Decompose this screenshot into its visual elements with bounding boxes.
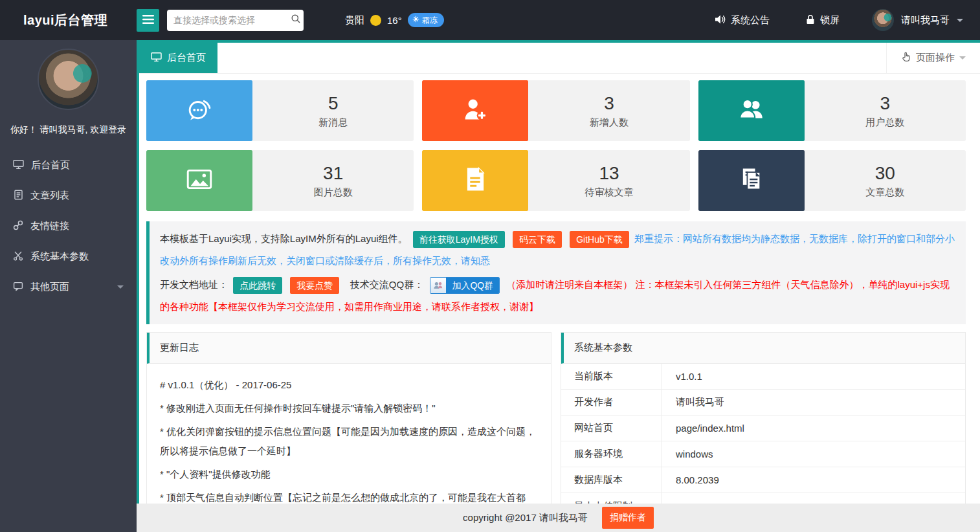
log-line: * 修改刚进入页面无任何操作时按回车键提示"请输入解锁密码！"	[160, 399, 538, 418]
system-params-panel: 系统基本参数 当前版本 v1.0.1 开发作者 请叫我马哥	[561, 332, 966, 504]
qq-group-icon	[430, 278, 446, 293]
update-log-body: # v1.0.1（优化） - 2017-06-25 * 修改刚进入页面无任何操作…	[147, 364, 551, 504]
param-value: 请叫我马哥	[662, 396, 965, 408]
users-icon	[737, 95, 766, 126]
stat-card-icon-box	[146, 150, 252, 211]
sidebar-item-articles[interactable]: 文章列表	[0, 181, 137, 211]
param-label: 服务器环境	[561, 441, 662, 467]
search-input[interactable]	[173, 15, 291, 25]
doc-address-label: 开发文档地址：	[160, 279, 228, 290]
chevron-down-icon	[957, 19, 963, 25]
app-title: layui后台管理	[0, 12, 137, 29]
sidebar-item-label: 系统基本参数	[30, 250, 89, 263]
param-label: 开发作者	[561, 390, 662, 415]
stat-card-new-users[interactable]: 3 新增人数	[422, 80, 689, 141]
weather-city: 贵阳	[345, 14, 364, 27]
param-value: page/index.html	[662, 423, 965, 434]
monitor-icon	[13, 159, 24, 172]
announcement-button[interactable]: 系统公告	[715, 14, 770, 27]
stat-card-total-images[interactable]: 31 图片总数	[146, 150, 414, 211]
stat-card-new-messages[interactable]: 5 新消息	[146, 80, 414, 141]
image-icon	[184, 165, 214, 196]
join-qq-group-label: 加入QQ群	[446, 278, 499, 293]
sidebar-item-home[interactable]: 后台首页	[0, 150, 137, 181]
collapse-menu-button[interactable]	[137, 9, 159, 32]
weather-badge-label: 霜冻	[422, 15, 438, 26]
stat-value: 13	[599, 163, 619, 184]
panels-row: 更新日志 # v1.0.1（优化） - 2017-06-25 * 修改刚进入页面…	[146, 332, 966, 504]
user-avatar-small	[872, 9, 894, 31]
user-avatar-large[interactable]	[38, 49, 99, 110]
stat-card-total-users[interactable]: 3 用户总数	[698, 80, 966, 141]
stat-card-pending-articles[interactable]: 13 待审核文章	[422, 150, 689, 211]
stat-card-icon-box	[698, 80, 805, 141]
param-value: windows	[662, 449, 965, 460]
settings-icon	[13, 250, 23, 263]
table-row: 网站首页 page/index.html	[561, 416, 965, 441]
lock-screen-button[interactable]: 锁屏	[806, 14, 840, 27]
tab-bar: 后台首页 页面操作	[139, 43, 980, 74]
stat-card-total-articles[interactable]: 30 文章总数	[698, 150, 966, 211]
announcement-label: 系统公告	[731, 14, 770, 27]
link-icon	[13, 220, 23, 232]
param-label: 当前版本	[561, 364, 662, 389]
sidebar-greeting: 你好！ 请叫我马哥, 欢迎登录	[0, 124, 137, 136]
files-icon	[737, 165, 766, 196]
log-line: # v1.0.1（优化） - 2017-06-25	[160, 375, 538, 395]
table-row: 服务器环境 windows	[561, 441, 965, 467]
page-actions-dropdown[interactable]: 页面操作	[886, 43, 980, 73]
github-download-button[interactable]: GitHub下载	[570, 231, 629, 248]
lock-icon	[806, 14, 815, 27]
tab-home-label: 后台首页	[167, 52, 206, 64]
log-line: * "个人资料"提供修改功能	[160, 465, 538, 484]
sidebar-item-label: 友情链接	[30, 220, 69, 232]
param-label: 最大上传限制	[561, 493, 662, 504]
sidebar-item-links[interactable]: 友情链接	[0, 211, 137, 241]
sun-icon	[370, 15, 381, 26]
dashboard-content: 5 新消息 3 新增人数	[139, 74, 980, 504]
log-line: * 优化关闭弹窗按钮的提示信息位置问题【可能是因为加载速度的原因，造成这个问题，…	[160, 422, 538, 461]
stat-label: 文章总数	[865, 186, 904, 199]
notice-line-2: 开发文档地址： 点此跳转 我要点赞 技术交流QQ群： 加入QQ群 （添加时请注明…	[160, 274, 955, 318]
main-area: 后台首页 页面操作	[137, 40, 980, 532]
sidebar-item-label: 后台首页	[31, 159, 70, 172]
search-box	[167, 10, 304, 31]
stat-label: 待审核文章	[585, 186, 633, 199]
donate-button[interactable]: 捐赠作者	[602, 507, 654, 529]
stat-cards: 5 新消息 3 新增人数	[146, 80, 966, 211]
qq-group-label: 技术交流QQ群：	[350, 279, 423, 290]
layim-auth-button[interactable]: 前往获取LayIM授权	[413, 231, 505, 248]
username: 请叫我马哥	[901, 14, 950, 27]
chat-icon	[185, 95, 214, 126]
table-row: 最大上传限制 2M	[561, 493, 965, 504]
sidebar-item-other-pages[interactable]: 其他页面	[0, 272, 137, 302]
search-icon[interactable]	[291, 14, 301, 27]
app-window: layui后台管理 贵阳 16° 霜冻	[0, 0, 980, 532]
notice-line-1: 本模板基于Layui实现，支持除LayIM外所有的Layui组件。 前往获取La…	[160, 228, 955, 272]
stat-card-icon-box	[422, 80, 528, 141]
file-icon	[461, 165, 489, 196]
sidebar-item-label: 其他页面	[30, 281, 69, 293]
param-label: 数据库版本	[561, 467, 662, 493]
like-button[interactable]: 我要点赞	[290, 277, 339, 294]
frost-icon	[412, 16, 419, 25]
top-header: layui后台管理 贵阳 16° 霜冻	[0, 0, 980, 40]
param-label: 网站首页	[561, 416, 662, 441]
param-value: 8.00.2039	[662, 474, 965, 485]
sidebar-nav: 后台首页 文章列表 友情链接	[0, 150, 137, 302]
stat-label: 新增人数	[590, 116, 629, 129]
user-add-icon	[461, 95, 489, 126]
stat-value: 30	[875, 163, 895, 184]
notice-warning-red-1: （添加时请注明来自本框架）	[506, 279, 632, 290]
doc-jump-button[interactable]: 点此跳转	[233, 277, 282, 294]
sidebar-item-settings[interactable]: 系统基本参数	[0, 241, 137, 272]
chevron-down-icon	[959, 56, 966, 63]
table-row: 当前版本 v1.0.1	[561, 364, 965, 390]
weather-badge: 霜冻	[408, 13, 444, 27]
gitee-download-button[interactable]: 码云下载	[513, 231, 562, 248]
system-params-title: 系统基本参数	[561, 333, 965, 364]
tab-home[interactable]: 后台首页	[139, 43, 217, 73]
stat-value: 5	[328, 93, 339, 114]
join-qq-group-button[interactable]: 加入QQ群	[430, 277, 500, 294]
user-menu[interactable]: 请叫我马哥	[872, 9, 963, 31]
